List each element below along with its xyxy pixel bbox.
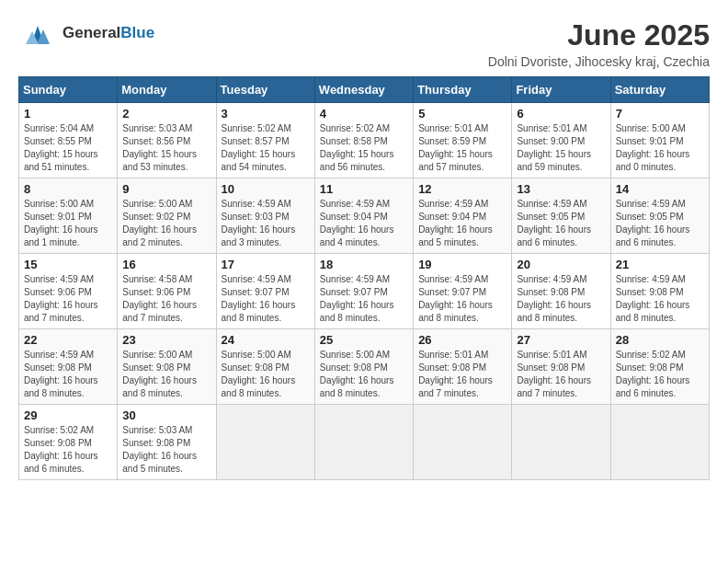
day-number: 14 xyxy=(616,182,704,196)
calendar-cell: 18Sunrise: 4:59 AMSunset: 9:07 PMDayligh… xyxy=(314,254,413,329)
logo-blue: Blue xyxy=(120,24,154,41)
calendar-cell: 9Sunrise: 5:00 AMSunset: 9:02 PMDaylight… xyxy=(118,178,216,254)
day-number: 25 xyxy=(320,333,408,347)
day-number: 8 xyxy=(24,182,112,196)
calendar-cell: 12Sunrise: 4:59 AMSunset: 9:04 PMDayligh… xyxy=(414,178,512,254)
day-info: Sunrise: 5:00 AMSunset: 9:08 PMDaylight:… xyxy=(222,350,296,398)
calendar-cell: 7Sunrise: 5:00 AMSunset: 9:01 PMDaylight… xyxy=(610,103,709,178)
calendar-cell: 29Sunrise: 5:02 AMSunset: 9:08 PMDayligh… xyxy=(19,405,118,480)
calendar-cell: 23Sunrise: 5:00 AMSunset: 9:08 PMDayligh… xyxy=(118,329,216,405)
day-info: Sunrise: 4:59 AMSunset: 9:05 PMDaylight:… xyxy=(616,199,690,247)
day-info: Sunrise: 5:03 AMSunset: 8:56 PMDaylight:… xyxy=(122,123,197,172)
day-info: Sunrise: 5:02 AMSunset: 9:08 PMDaylight:… xyxy=(24,425,98,474)
header-tuesday: Tuesday xyxy=(216,77,314,103)
calendar-cell: 3Sunrise: 5:02 AMSunset: 8:57 PMDaylight… xyxy=(216,103,314,178)
day-info: Sunrise: 5:03 AMSunset: 9:08 PMDaylight:… xyxy=(122,425,197,474)
day-info: Sunrise: 5:01 AMSunset: 9:08 PMDaylight:… xyxy=(517,350,591,398)
day-info: Sunrise: 4:58 AMSunset: 9:06 PMDaylight:… xyxy=(122,274,197,323)
calendar-cell: 11Sunrise: 4:59 AMSunset: 9:04 PMDayligh… xyxy=(314,178,413,254)
day-info: Sunrise: 5:00 AMSunset: 9:01 PMDaylight:… xyxy=(24,199,98,247)
day-number: 18 xyxy=(320,258,408,271)
day-info: Sunrise: 5:00 AMSunset: 9:01 PMDaylight:… xyxy=(616,123,690,172)
day-info: Sunrise: 4:59 AMSunset: 9:08 PMDaylight:… xyxy=(616,274,690,323)
day-number: 13 xyxy=(517,182,605,196)
day-number: 30 xyxy=(122,408,210,422)
calendar-subtitle: Dolni Dvoriste, Jihocesky kraj, Czechia xyxy=(488,54,710,69)
day-info: Sunrise: 5:00 AMSunset: 9:08 PMDaylight:… xyxy=(122,350,197,398)
day-info: Sunrise: 5:02 AMSunset: 8:58 PMDaylight:… xyxy=(320,123,394,172)
calendar-header: Sunday Monday Tuesday Wednesday Thursday… xyxy=(19,77,710,103)
logo-general: General xyxy=(63,24,120,41)
day-number: 29 xyxy=(24,408,112,422)
day-number: 6 xyxy=(517,107,605,121)
calendar-table: Sunday Monday Tuesday Wednesday Thursday… xyxy=(18,76,710,480)
calendar-cell: 14Sunrise: 4:59 AMSunset: 9:05 PMDayligh… xyxy=(610,178,709,254)
logo: GeneralBlue xyxy=(18,18,154,48)
day-info: Sunrise: 5:00 AMSunset: 9:08 PMDaylight:… xyxy=(320,350,394,398)
calendar-cell: 28Sunrise: 5:02 AMSunset: 9:08 PMDayligh… xyxy=(610,329,709,405)
day-number: 27 xyxy=(517,333,605,347)
day-number: 11 xyxy=(320,182,408,196)
calendar-cell: 2Sunrise: 5:03 AMSunset: 8:56 PMDaylight… xyxy=(118,103,216,178)
day-number: 2 xyxy=(122,107,210,121)
calendar-cell: 19Sunrise: 4:59 AMSunset: 9:07 PMDayligh… xyxy=(414,254,512,329)
day-info: Sunrise: 4:59 AMSunset: 9:05 PMDaylight:… xyxy=(517,199,591,247)
day-info: Sunrise: 4:59 AMSunset: 9:04 PMDaylight:… xyxy=(418,199,493,247)
day-info: Sunrise: 4:59 AMSunset: 9:07 PMDaylight:… xyxy=(222,274,296,323)
header-row: Sunday Monday Tuesday Wednesday Thursday… xyxy=(19,77,710,103)
day-info: Sunrise: 5:01 AMSunset: 9:08 PMDaylight:… xyxy=(418,350,493,398)
day-info: Sunrise: 5:02 AMSunset: 8:57 PMDaylight:… xyxy=(222,123,296,172)
calendar-cell: 24Sunrise: 5:00 AMSunset: 9:08 PMDayligh… xyxy=(216,329,314,405)
calendar-body: 1Sunrise: 5:04 AMSunset: 8:55 PMDaylight… xyxy=(19,103,710,480)
calendar-cell: 26Sunrise: 5:01 AMSunset: 9:08 PMDayligh… xyxy=(414,329,512,405)
day-info: Sunrise: 5:01 AMSunset: 8:59 PMDaylight:… xyxy=(418,123,493,172)
calendar-cell: 25Sunrise: 5:00 AMSunset: 9:08 PMDayligh… xyxy=(314,329,413,405)
calendar-cell: 5Sunrise: 5:01 AMSunset: 8:59 PMDaylight… xyxy=(414,103,512,178)
day-info: Sunrise: 4:59 AMSunset: 9:06 PMDaylight:… xyxy=(24,274,98,323)
calendar-cell xyxy=(610,405,709,480)
day-info: Sunrise: 4:59 AMSunset: 9:04 PMDaylight:… xyxy=(320,199,394,247)
day-info: Sunrise: 4:59 AMSunset: 9:08 PMDaylight:… xyxy=(24,350,98,398)
calendar-cell xyxy=(314,405,413,480)
day-number: 19 xyxy=(418,258,506,271)
calendar-cell: 4Sunrise: 5:02 AMSunset: 8:58 PMDaylight… xyxy=(314,103,413,178)
calendar-title: June 2025 xyxy=(488,18,710,52)
day-number: 10 xyxy=(222,182,310,196)
day-number: 24 xyxy=(222,333,310,347)
day-number: 28 xyxy=(616,333,704,347)
header-sunday: Sunday xyxy=(19,77,118,103)
calendar-cell: 20Sunrise: 4:59 AMSunset: 9:08 PMDayligh… xyxy=(512,254,610,329)
day-number: 15 xyxy=(24,258,112,271)
day-number: 21 xyxy=(616,258,704,271)
header: GeneralBlue June 2025 Dolni Dvoriste, Ji… xyxy=(18,18,710,69)
calendar-cell xyxy=(216,405,314,480)
calendar-cell: 15Sunrise: 4:59 AMSunset: 9:06 PMDayligh… xyxy=(19,254,118,329)
day-number: 3 xyxy=(222,107,310,121)
calendar-cell xyxy=(414,405,512,480)
day-info: Sunrise: 5:02 AMSunset: 9:08 PMDaylight:… xyxy=(616,350,690,398)
calendar-cell: 30Sunrise: 5:03 AMSunset: 9:08 PMDayligh… xyxy=(118,405,216,480)
day-number: 23 xyxy=(122,333,210,347)
day-number: 16 xyxy=(122,258,210,271)
title-area: June 2025 Dolni Dvoriste, Jihocesky kraj… xyxy=(488,18,710,69)
day-info: Sunrise: 4:59 AMSunset: 9:07 PMDaylight:… xyxy=(320,274,394,323)
calendar-cell: 17Sunrise: 4:59 AMSunset: 9:07 PMDayligh… xyxy=(216,254,314,329)
day-number: 22 xyxy=(24,333,112,347)
day-number: 4 xyxy=(320,107,408,121)
calendar-cell: 13Sunrise: 4:59 AMSunset: 9:05 PMDayligh… xyxy=(512,178,610,254)
calendar-cell: 21Sunrise: 4:59 AMSunset: 9:08 PMDayligh… xyxy=(610,254,709,329)
day-number: 12 xyxy=(418,182,506,196)
day-info: Sunrise: 4:59 AMSunset: 9:03 PMDaylight:… xyxy=(222,199,296,247)
calendar-cell: 6Sunrise: 5:01 AMSunset: 9:00 PMDaylight… xyxy=(512,103,610,178)
day-number: 1 xyxy=(24,107,112,121)
calendar-cell: 16Sunrise: 4:58 AMSunset: 9:06 PMDayligh… xyxy=(118,254,216,329)
calendar-cell: 10Sunrise: 4:59 AMSunset: 9:03 PMDayligh… xyxy=(216,178,314,254)
header-thursday: Thursday xyxy=(414,77,512,103)
header-saturday: Saturday xyxy=(610,77,709,103)
calendar-cell: 27Sunrise: 5:01 AMSunset: 9:08 PMDayligh… xyxy=(512,329,610,405)
day-number: 9 xyxy=(122,182,210,196)
calendar-cell: 1Sunrise: 5:04 AMSunset: 8:55 PMDaylight… xyxy=(19,103,118,178)
day-number: 17 xyxy=(222,258,310,271)
header-friday: Friday xyxy=(512,77,610,103)
day-info: Sunrise: 5:01 AMSunset: 9:00 PMDaylight:… xyxy=(517,123,591,172)
